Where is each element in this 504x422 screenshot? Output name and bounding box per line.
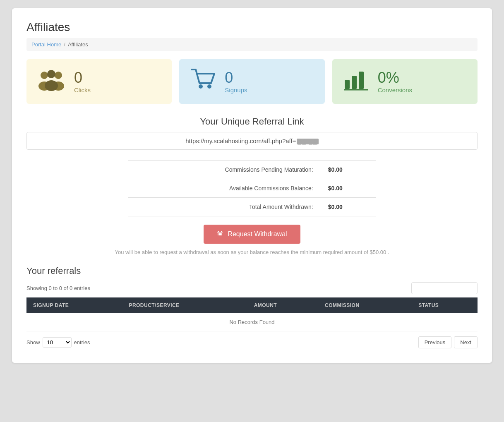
main-card: Affiliates Portal Home / Affiliates xyxy=(12,8,492,363)
clicks-label: Clicks xyxy=(74,86,91,94)
search-input[interactable] xyxy=(411,282,478,294)
stat-card-conversions: 0% Conversions xyxy=(332,59,478,104)
page-title: Affiliates xyxy=(26,21,478,34)
commission-row-3: Total Amount Withdrawn: $0.00 xyxy=(128,198,376,216)
referral-section: Your Unique Referral Link https://my.sca… xyxy=(26,116,478,150)
entries-label: entries xyxy=(74,339,90,345)
withdrawal-button-label: Request Withdrawal xyxy=(228,230,287,238)
svg-rect-9 xyxy=(352,76,357,89)
table-controls: Showing 0 to 0 of 0 entries xyxy=(26,282,478,294)
show-label: Show xyxy=(26,339,40,345)
stat-card-signups: 0 Signups xyxy=(179,59,324,104)
no-records-cell: No Records Found xyxy=(26,313,478,331)
withdrawal-note: You will be able to request a withdrawal… xyxy=(115,249,389,255)
svg-point-7 xyxy=(207,84,211,89)
referral-link-text: https://my.scalahosting.com/aff.php?aff= xyxy=(185,137,296,144)
signups-label: Signups xyxy=(225,86,247,94)
commission-label-2: Available Commissions Balance: xyxy=(128,179,322,198)
commission-value-2: $0.00 xyxy=(322,179,376,198)
showing-text: Showing 0 to 0 of 0 entries xyxy=(26,285,90,291)
commission-value-1: $0.00 xyxy=(322,161,376,179)
referrals-title: Your referrals xyxy=(26,266,478,276)
col-status: STATUS xyxy=(412,297,478,313)
breadcrumb-home[interactable]: Portal Home xyxy=(31,41,61,48)
show-entries: Show 10 25 50 100 entries xyxy=(26,337,90,348)
signups-value: 0 xyxy=(225,70,233,86)
col-signup-date: SIGNUP DATE xyxy=(26,297,122,313)
chart-icon xyxy=(343,67,370,96)
clicks-value: 0 xyxy=(74,70,82,86)
breadcrumb-separator: / xyxy=(64,41,65,48)
referral-title: Your Unique Referral Link xyxy=(26,116,478,127)
col-amount: AMOUNT xyxy=(247,297,318,313)
col-commission: COMMISSION xyxy=(318,297,412,313)
no-records-row: No Records Found xyxy=(26,313,478,331)
svg-point-6 xyxy=(199,84,203,89)
svg-point-5 xyxy=(45,80,58,91)
svg-rect-8 xyxy=(345,80,350,89)
table-header-row: SIGNUP DATE PRODUCT/SERVICE AMOUNT COMMI… xyxy=(26,297,478,313)
previous-button[interactable]: Previous xyxy=(418,336,452,348)
stat-info-conversions: 0% Conversions xyxy=(378,70,412,94)
table-footer: Show 10 25 50 100 entries Previous Next xyxy=(26,336,478,348)
stats-row: 0 Clicks 0 Signups xyxy=(26,59,478,104)
stat-info-signups: 0 Signups xyxy=(225,70,247,94)
conversions-label: Conversions xyxy=(378,86,412,94)
commission-row-1: Commissions Pending Maturation: $0.00 xyxy=(128,161,376,179)
withdrawal-section: 🏛 Request Withdrawal You will be able to… xyxy=(26,225,478,255)
next-button[interactable]: Next xyxy=(454,336,478,348)
stat-info-clicks: 0 Clicks xyxy=(74,70,91,94)
commission-row-2: Available Commissions Balance: $0.00 xyxy=(128,179,376,198)
svg-point-0 xyxy=(41,72,48,79)
pagination: Previous Next xyxy=(418,336,478,348)
svg-point-4 xyxy=(47,70,55,78)
commission-label-3: Total Amount Withdrawn: xyxy=(128,198,322,216)
cart-icon xyxy=(190,67,216,96)
commission-value-3: $0.00 xyxy=(322,198,376,216)
commissions-table: Commissions Pending Maturation: $0.00 Av… xyxy=(128,160,376,216)
breadcrumb: Portal Home / Affiliates xyxy=(26,38,478,51)
referrals-section: Your referrals Showing 0 to 0 of 0 entri… xyxy=(26,266,478,348)
entries-select[interactable]: 10 25 50 100 xyxy=(43,337,72,348)
conversions-value: 0% xyxy=(378,70,399,86)
referral-link-masked: ▓▓ ▓▓ xyxy=(297,139,318,144)
breadcrumb-current: Affiliates xyxy=(68,41,88,48)
referrals-table: SIGNUP DATE PRODUCT/SERVICE AMOUNT COMMI… xyxy=(26,297,478,331)
commission-label-1: Commissions Pending Maturation: xyxy=(128,161,322,179)
svg-point-2 xyxy=(55,72,62,79)
referral-link-box[interactable]: https://my.scalahosting.com/aff.php?aff=… xyxy=(26,132,478,150)
svg-rect-10 xyxy=(359,72,364,89)
stat-card-clicks: 0 Clicks xyxy=(26,59,172,104)
request-withdrawal-button[interactable]: 🏛 Request Withdrawal xyxy=(204,225,300,244)
people-icon xyxy=(37,69,66,95)
bank-icon: 🏛 xyxy=(217,230,223,238)
col-product-service: PRODUCT/SERVICE xyxy=(122,297,247,313)
